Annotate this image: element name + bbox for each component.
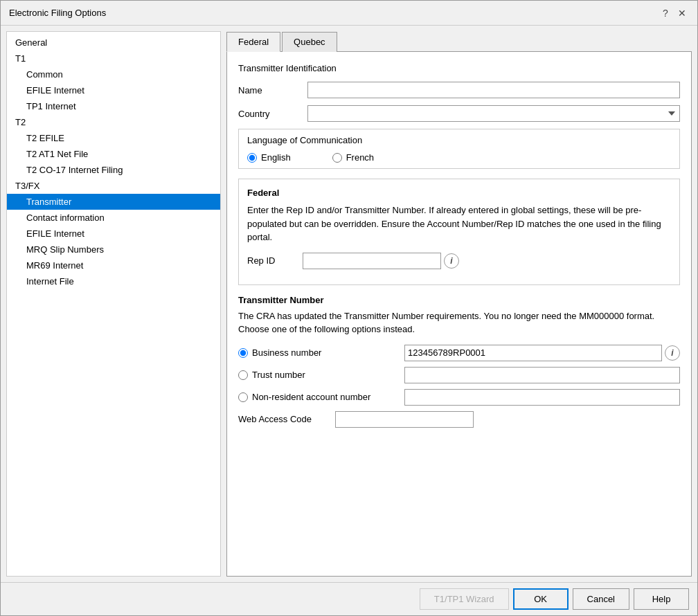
web-access-input[interactable] [335,411,474,428]
dialog: Electronic Filing Options ? ✕ General T1… [0,0,698,616]
nonresident-radio-label[interactable]: Non-resident account number [238,392,404,402]
dialog-title: Electronic Filing Options [9,8,106,18]
english-label: English [261,152,291,163]
nonresident-label: Non-resident account number [252,392,370,402]
tree-item-efile-internet-t1[interactable]: EFILE Internet [7,82,220,98]
transmitter-number-section: Transmitter Number The CRA has updated t… [238,295,680,428]
trust-number-radio-label[interactable]: Trust number [238,370,404,380]
help-bottom-button[interactable]: Help [634,588,689,610]
t1tp1-wizard-button[interactable]: T1/TP1 Wizard [420,588,509,610]
tree-item-tp1-internet[interactable]: TP1 Internet [7,98,220,114]
tree-item-common[interactable]: Common [7,66,220,82]
rep-id-row: Rep ID i [247,253,671,269]
main-content: General T1 Common EFILE Internet TP1 Int… [1,26,697,582]
tree-item-contact-info[interactable]: Contact information [7,210,220,226]
web-access-row: Web Access Code [238,411,680,428]
business-number-row: Business number i [238,345,680,361]
business-number-info-icon[interactable]: i [665,345,680,361]
tree-item-efile-internet[interactable]: EFILE Internet [7,226,220,242]
rep-id-info-icon[interactable]: i [444,253,459,269]
trust-number-input[interactable] [404,367,680,383]
language-box: Language of Communication English French [238,129,680,169]
nonresident-radio[interactable] [238,392,248,402]
cancel-button[interactable]: Cancel [573,588,629,610]
name-input[interactable] [307,82,680,98]
business-number-radio-label[interactable]: Business number [238,347,404,358]
business-number-label: Business number [252,347,321,358]
tree-item-t2-efile[interactable]: T2 EFILE [7,130,220,146]
tree-item-t3fx[interactable]: T3/FX [7,178,220,194]
country-label: Country [238,109,307,119]
tree-item-t2-at1[interactable]: T2 AT1 Net File [7,146,220,162]
federal-box-desc: Enter the Rep ID and/or Transmitter Numb… [247,203,671,244]
rep-id-input[interactable] [303,253,441,269]
close-button[interactable]: ✕ [675,6,689,20]
transmitter-number-desc: The CRA has updated the Transmitter Numb… [238,309,680,336]
help-button[interactable]: ? [659,6,672,20]
tree-item-mrq-slip[interactable]: MRQ Slip Numbers [7,242,220,257]
business-number-field-group: i [404,345,680,361]
business-number-radio[interactable] [238,348,248,358]
title-bar-controls: ? ✕ [659,6,689,20]
trust-number-label: Trust number [252,370,305,380]
tree-item-internet-file[interactable]: Internet File [7,273,220,289]
federal-box: Federal Enter the Rep ID and/or Transmit… [238,179,680,285]
french-radio-label[interactable]: French [332,152,374,163]
rep-id-label: Rep ID [247,255,303,266]
name-row: Name [238,82,680,98]
country-select[interactable]: Canada United States [307,105,680,122]
trust-number-radio[interactable] [238,370,248,380]
nonresident-field-group [404,389,680,406]
trust-number-field-group [404,367,680,383]
tree-item-mr69[interactable]: MR69 Internet [7,257,220,273]
bottom-bar: T1/TP1 Wizard OK Cancel Help [1,582,697,615]
transmitter-id-title: Transmitter Identification [238,63,680,73]
ok-button[interactable]: OK [513,588,569,610]
french-label: French [346,152,374,163]
rep-id-field-group: i [303,253,671,269]
business-number-input[interactable] [404,345,662,361]
english-radio[interactable] [247,153,257,163]
tab-content-federal: Transmitter Identification Name Country … [226,52,692,577]
transmitter-number-title: Transmitter Number [238,295,680,305]
web-access-label: Web Access Code [238,414,335,424]
nonresident-input[interactable] [404,389,680,406]
tab-federal[interactable]: Federal [226,32,280,52]
nonresident-row: Non-resident account number [238,389,680,406]
tree-panel: General T1 Common EFILE Internet TP1 Int… [6,31,221,577]
tree-item-general[interactable]: General [7,35,220,51]
language-title: Language of Communication [247,135,671,145]
tabs: Federal Quebec [226,31,692,52]
title-bar: Electronic Filing Options ? ✕ [1,1,697,26]
english-radio-label[interactable]: English [247,152,291,163]
french-radio[interactable] [332,153,342,163]
language-radio-row: English French [247,152,671,163]
tree-item-t1[interactable]: T1 [7,51,220,66]
country-row: Country Canada United States [238,105,680,122]
trust-number-row: Trust number [238,367,680,383]
content-panel: Federal Quebec Transmitter Identificatio… [226,31,692,577]
name-label: Name [238,85,307,96]
tree-item-transmitter[interactable]: Transmitter [7,194,220,210]
tab-quebec[interactable]: Quebec [282,32,337,52]
tree-item-t2-co17[interactable]: T2 CO-17 Internet Filing [7,162,220,178]
federal-box-title: Federal [247,188,671,198]
tree-item-t2[interactable]: T2 [7,114,220,130]
